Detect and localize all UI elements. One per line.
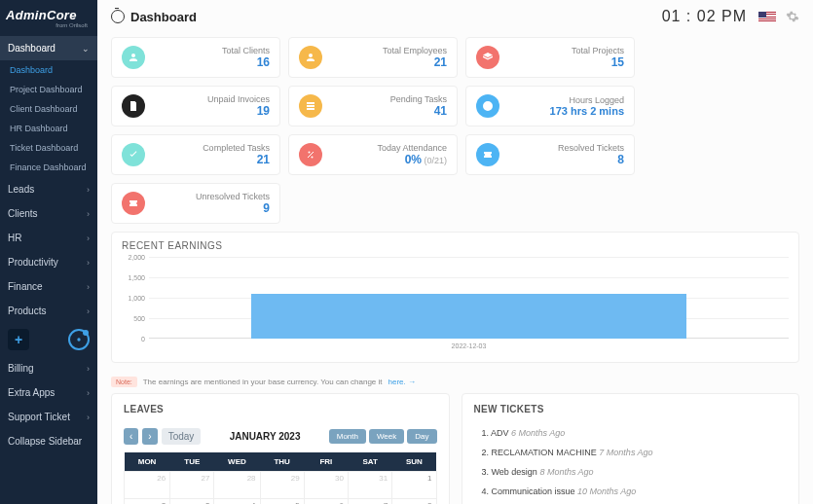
stat-card[interactable]: Completed Tasks 21 bbox=[111, 134, 280, 175]
calendar-cell[interactable]: 3 bbox=[170, 499, 214, 505]
chevron-right-icon: › bbox=[87, 306, 90, 316]
stat-label: Resolved Tickets bbox=[558, 143, 624, 153]
users-icon bbox=[122, 46, 145, 69]
stat-value: 8 bbox=[558, 153, 624, 166]
stat-card[interactable]: Unresolved Tickets 9 bbox=[111, 183, 280, 224]
stat-value: 173 hrs 2 mins bbox=[550, 105, 624, 117]
currency-note: Note: The earnings are mentioned in your… bbox=[111, 377, 799, 387]
nav-item-collapse-sidebar[interactable]: Collapse Sidebar bbox=[0, 429, 97, 453]
chevron-right-icon: › bbox=[87, 234, 90, 243]
nav-sub-item-project[interactable]: Project Dashboard bbox=[2, 80, 97, 99]
flag-us-icon[interactable] bbox=[758, 12, 776, 22]
nav-item-clients[interactable]: Clients› bbox=[0, 201, 97, 226]
layers-icon bbox=[476, 46, 499, 69]
calendar-cell[interactable]: 28 bbox=[214, 472, 260, 499]
stat-card[interactable]: Hours Logged 173 hrs 2 mins bbox=[465, 86, 635, 126]
calendar-cell[interactable]: 31 bbox=[348, 472, 391, 499]
brand: AdminCore from Orilsoft bbox=[0, 0, 97, 36]
nav-group-label: Dashboard bbox=[8, 43, 55, 54]
calendar-dow: THU bbox=[260, 452, 304, 472]
stat-card[interactable]: Total Employees 21 bbox=[288, 37, 458, 78]
nav-quick-row: + bbox=[0, 323, 97, 356]
ticket-list: 1. ADV 6 Months Ago2. RECLAMATION MACHIN… bbox=[474, 428, 788, 504]
nav-item-productivity[interactable]: Productivity› bbox=[0, 250, 97, 274]
calendar-cell[interactable]: 8 bbox=[392, 499, 436, 505]
tasks-icon bbox=[299, 94, 322, 118]
calendar-view-day[interactable]: Day bbox=[407, 429, 436, 444]
add-button[interactable]: + bbox=[8, 329, 29, 350]
topbar: Dashboard 01 : 02 PM bbox=[97, 0, 813, 33]
calendar-today-button[interactable]: Today bbox=[162, 428, 202, 445]
stat-card[interactable]: Total Clients 16 bbox=[111, 37, 280, 78]
calendar-cell[interactable]: 5 bbox=[260, 499, 304, 505]
stat-label: Unpaid Invoices bbox=[207, 94, 270, 104]
calendar-cell[interactable]: 26 bbox=[125, 472, 170, 499]
stat-value: 21 bbox=[203, 153, 270, 166]
nav-group-dashboard[interactable]: Dashboard ⌄ bbox=[0, 36, 97, 60]
stat-card[interactable]: Resolved Tickets 8 bbox=[465, 134, 635, 175]
calendar-dow: MON bbox=[125, 452, 170, 472]
stat-card[interactable]: Pending Tasks 41 bbox=[288, 86, 458, 126]
ticket-icon bbox=[476, 143, 499, 166]
stat-card[interactable]: Unpaid Invoices 19 bbox=[111, 86, 280, 126]
ticket-item[interactable]: 4. Communication issue 10 Months Ago bbox=[482, 486, 788, 496]
sidebar: AdminCore from Orilsoft Dashboard ⌄ Dash… bbox=[0, 0, 97, 504]
stat-label: Pending Tasks bbox=[390, 94, 447, 104]
calendar-view-week[interactable]: Week bbox=[369, 429, 404, 444]
target-icon[interactable] bbox=[68, 329, 90, 350]
gear-icon[interactable] bbox=[786, 10, 799, 23]
calendar-view-month[interactable]: Month bbox=[329, 429, 366, 444]
calendar-prev-button[interactable]: ‹ bbox=[124, 428, 138, 445]
ticket-item[interactable]: 3. Web design 8 Months Ago bbox=[482, 467, 788, 477]
calendar-cell[interactable]: 7 bbox=[348, 499, 391, 505]
calendar-cell[interactable]: 1 bbox=[392, 472, 436, 499]
stat-label: Total Employees bbox=[383, 46, 447, 55]
calendar-cell[interactable]: 4 bbox=[214, 499, 260, 505]
stat-value: 9 bbox=[196, 201, 270, 215]
tickets-panel: NEW TICKETS 1. ADV 6 Months Ago2. RECLAM… bbox=[462, 393, 800, 504]
leaves-title: LEAVES bbox=[124, 404, 437, 414]
stat-card[interactable]: Today Attendance 0% (0/21) bbox=[288, 134, 458, 175]
dashboard-icon bbox=[111, 10, 125, 23]
calendar-table: MONTUEWEDTHUFRISATSUN 262728293031123456… bbox=[124, 452, 437, 504]
calendar-cell[interactable]: 30 bbox=[304, 472, 348, 499]
nav-sub-item-hr[interactable]: HR Dashboard bbox=[2, 119, 97, 138]
clock-icon bbox=[476, 94, 499, 118]
ticket-item[interactable]: 1. ADV 6 Months Ago bbox=[482, 428, 788, 438]
calendar-dow: WED bbox=[214, 452, 260, 472]
nav-item-support-ticket[interactable]: Support Ticket› bbox=[0, 405, 97, 429]
calendar-next-button[interactable]: › bbox=[142, 428, 157, 445]
ticket-icon bbox=[122, 192, 145, 215]
calendar-cell[interactable]: 27 bbox=[170, 472, 214, 499]
nav-item-products[interactable]: Products› bbox=[0, 299, 97, 323]
nav-sub-item-finance[interactable]: Finance Dashboard bbox=[2, 158, 97, 177]
ticket-item[interactable]: 2. RECLAMATION MACHINE 7 Months Ago bbox=[482, 448, 788, 457]
stat-card[interactable]: Total Projects 15 bbox=[465, 37, 635, 78]
nav-sub-item-client[interactable]: Client Dashboard bbox=[2, 99, 97, 119]
users-icon bbox=[299, 46, 322, 69]
nav-sub-item-ticket[interactable]: Ticket Dashboard bbox=[2, 138, 97, 158]
page-title: Dashboard bbox=[130, 10, 197, 24]
stat-label: Today Attendance bbox=[377, 143, 447, 153]
calendar-cell[interactable]: 29 bbox=[260, 472, 304, 499]
calendar-cell[interactable]: 6 bbox=[304, 499, 348, 505]
nav-sub-item-dashboard[interactable]: Dashboard bbox=[2, 60, 97, 80]
calendar-dow: SUN bbox=[392, 452, 436, 472]
chart-x-label: 2022-12-03 bbox=[149, 342, 789, 349]
note-link[interactable]: here. → bbox=[388, 378, 416, 386]
nav-item-hr[interactable]: HR› bbox=[0, 226, 97, 250]
nav-item-extra-apps[interactable]: Extra Apps› bbox=[0, 380, 97, 405]
percent-icon bbox=[299, 143, 322, 166]
chevron-down-icon: ⌄ bbox=[82, 44, 90, 54]
calendar-dow: FRI bbox=[304, 452, 348, 472]
note-badge: Note: bbox=[111, 377, 137, 387]
nav-item-leads[interactable]: Leads› bbox=[0, 177, 97, 201]
stat-value: 19 bbox=[207, 104, 270, 118]
chevron-right-icon: › bbox=[87, 185, 90, 195]
nav-item-billing[interactable]: Billing› bbox=[0, 356, 97, 380]
chevron-right-icon: › bbox=[87, 282, 90, 292]
nav-item-finance[interactable]: Finance› bbox=[0, 274, 97, 299]
calendar-cell[interactable]: 2 bbox=[125, 499, 170, 505]
stat-value: 15 bbox=[572, 55, 624, 69]
earnings-title: RECENT EARNINGS bbox=[122, 240, 789, 251]
